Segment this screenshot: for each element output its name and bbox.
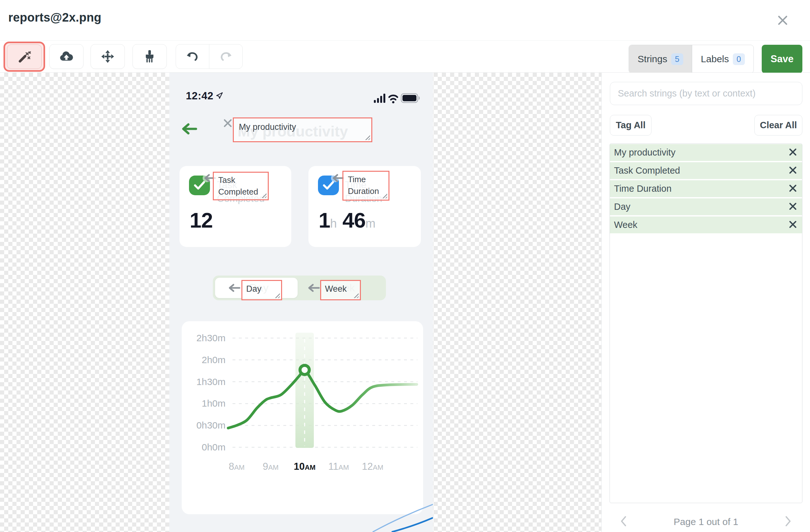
string-row-label: Week	[614, 220, 789, 230]
svg-text:0h30m: 0h30m	[196, 420, 226, 430]
remove-string-icon[interactable]	[789, 220, 797, 230]
tag-day-text: Day	[246, 284, 261, 294]
status-time: 12:42	[186, 90, 213, 102]
upload-tool-button[interactable]	[49, 44, 83, 69]
tag-task-line1: Task	[218, 174, 263, 186]
remove-string-icon[interactable]	[789, 166, 797, 176]
tab-strings[interactable]: Strings 5	[629, 45, 692, 73]
brush-tool-button[interactable]	[132, 44, 167, 69]
string-row[interactable]: My productivity	[610, 144, 802, 161]
tag-pointer-arrow-icon	[306, 283, 320, 294]
redo-icon	[219, 51, 232, 62]
string-row-label: Day	[614, 202, 789, 212]
string-row[interactable]: Day	[610, 198, 802, 215]
chart-x-axis-labels[interactable]: 8AM9AM10AM11AM12AM	[229, 461, 384, 472]
string-tag-title-text: My productivity	[239, 122, 296, 132]
search-strings-input[interactable]	[610, 82, 803, 105]
string-row[interactable]: Time Duration	[610, 180, 802, 197]
x-axis-label[interactable]: 8AM	[229, 461, 245, 472]
string-row-label: Time Duration	[614, 183, 789, 194]
brush-icon	[143, 50, 156, 64]
tag-time-line1: Time	[348, 173, 384, 185]
previous-page-button[interactable]	[619, 515, 628, 529]
magic-wand-tool-button[interactable]	[7, 45, 42, 69]
phone-screenshot: 12:42	[169, 73, 433, 532]
productivity-chart-card: 2h30m2h0m1h30m1h0m0h30m0h0m 8AM9AM10AM11…	[182, 321, 423, 514]
chevron-left-icon	[619, 515, 628, 528]
undo-button[interactable]	[176, 45, 209, 69]
remove-string-icon[interactable]	[789, 202, 797, 212]
task-completed-card: Task Completed Task Completed 12	[179, 166, 291, 247]
selected-point-marker[interactable]	[300, 365, 309, 375]
location-arrow-icon	[216, 92, 223, 101]
wifi-icon	[389, 95, 398, 103]
string-row-label: Task Completed	[614, 165, 789, 176]
string-tag-time-duration[interactable]: Time Duration	[342, 171, 389, 201]
hours-unit: h	[330, 217, 337, 230]
string-tag-day[interactable]: Day	[241, 280, 282, 300]
svg-text:0h0m: 0h0m	[202, 442, 226, 452]
svg-text:1h0m: 1h0m	[202, 398, 226, 409]
pagination-text: Page 1 out of 1	[602, 516, 810, 527]
string-tagging-app: reports@2x.png	[0, 0, 810, 532]
remove-string-icon[interactable]	[789, 184, 797, 194]
minutes-unit: m	[366, 217, 376, 230]
move-tool-button[interactable]	[91, 44, 125, 69]
resize-grip-icon[interactable]	[354, 293, 359, 298]
remove-tag-icon[interactable]	[223, 118, 233, 130]
minutes-value: 46	[342, 208, 366, 232]
x-axis-label[interactable]: 9AM	[263, 461, 279, 472]
toolbar: Filter strings: /productivity.csv String…	[0, 40, 810, 73]
undo-icon	[186, 51, 199, 62]
pagination: Page 1 out of 1	[602, 512, 810, 531]
tab-labels[interactable]: Labels 0	[692, 45, 754, 73]
editor-canvas[interactable]: 12:42	[0, 73, 601, 532]
svg-text:2h30m: 2h30m	[196, 333, 226, 343]
string-tag-task-completed[interactable]: Task Completed	[213, 172, 269, 200]
move-icon	[101, 50, 115, 64]
tab-strings-label: Strings	[637, 54, 667, 64]
svg-text:2h0m: 2h0m	[202, 354, 226, 365]
strings-sidebar: Tag All Clear All My productivityTask Co…	[601, 73, 810, 532]
cellular-signal-icon	[374, 94, 385, 103]
labels-count-badge: 0	[733, 53, 745, 65]
x-axis-label[interactable]: 11AM	[328, 461, 349, 472]
remove-string-icon[interactable]	[789, 148, 797, 157]
string-tag-week[interactable]: Week	[320, 280, 361, 300]
undo-redo-group	[176, 44, 243, 69]
chart-gridlines	[232, 338, 417, 447]
tag-pointer-arrow-icon	[227, 283, 241, 294]
tag-all-button[interactable]: Tag All	[610, 115, 651, 135]
magic-wand-tool-active-ring	[3, 41, 45, 72]
tasks-completed-value: 12	[190, 208, 213, 232]
selected-hour-highlight-band	[295, 333, 314, 448]
close-window-button[interactable]	[774, 12, 791, 29]
window-header: reports@2x.png	[0, 0, 810, 40]
tag-task-line2: Completed	[218, 186, 263, 198]
x-axis-label[interactable]: 10AM	[294, 461, 316, 472]
productivity-line-chart: 2h30m2h0m1h30m1h0m0h30m0h0m 8AM9AM10AM11…	[182, 321, 423, 514]
magic-wand-icon	[17, 50, 31, 64]
string-row[interactable]: Week	[610, 216, 802, 233]
svg-text:1h30m: 1h30m	[196, 377, 226, 387]
strings-list: My productivityTask CompletedTime Durati…	[610, 144, 803, 503]
chart-y-axis-labels: 2h30m2h0m1h30m1h0m0h30m0h0m	[196, 333, 226, 452]
string-row[interactable]: Task Completed	[610, 162, 802, 179]
x-axis-label[interactable]: 12AM	[362, 461, 383, 472]
clear-all-button[interactable]: Clear All	[755, 115, 803, 135]
cloud-upload-icon	[59, 51, 74, 62]
tag-time-line2: Duration	[348, 185, 384, 197]
redo-button[interactable]	[209, 45, 243, 69]
hours-value: 1	[319, 208, 330, 232]
back-button[interactable]	[181, 123, 197, 136]
resize-grip-icon[interactable]	[275, 293, 280, 298]
string-tag-title[interactable]: My productivity	[233, 117, 372, 142]
close-icon	[774, 12, 791, 29]
tag-week-text: Week	[325, 284, 347, 294]
string-row-label: My productivity	[614, 147, 789, 158]
battery-icon	[401, 94, 420, 102]
strings-count-badge: 5	[671, 53, 683, 65]
resize-grip-icon[interactable]	[365, 135, 370, 140]
save-button[interactable]: Save	[762, 45, 803, 73]
next-page-button[interactable]	[784, 515, 792, 529]
